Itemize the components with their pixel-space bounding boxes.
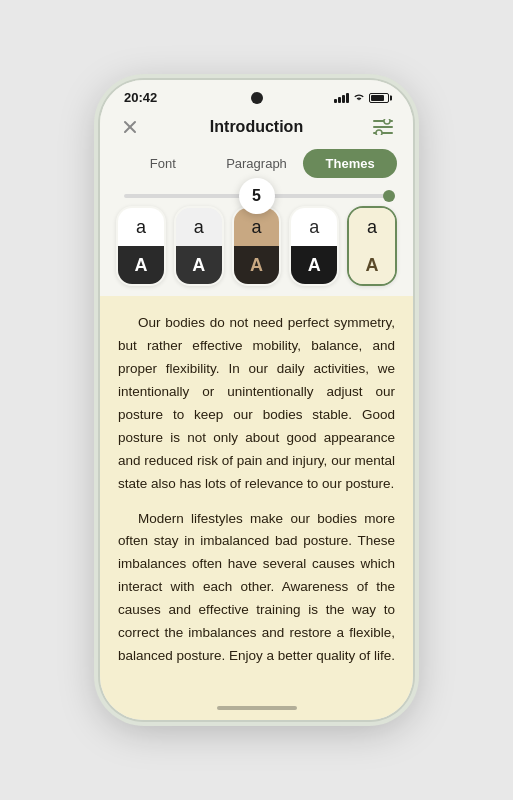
theme-2-lowercase: a <box>194 217 204 238</box>
camera-notch <box>251 92 263 104</box>
tab-paragraph[interactable]: Paragraph <box>210 149 304 178</box>
theme-1-bottom: A <box>118 246 164 284</box>
wifi-icon <box>353 92 365 104</box>
home-bar <box>217 706 297 710</box>
theme-5-top: a <box>349 208 395 246</box>
svg-point-5 <box>384 119 390 124</box>
theme-1-uppercase: A <box>134 255 147 276</box>
signal-bar-1 <box>334 99 337 103</box>
home-indicator <box>100 700 413 720</box>
svg-point-6 <box>376 130 382 135</box>
theme-1-top: a <box>118 208 164 246</box>
signal-bar-3 <box>342 95 345 103</box>
signal-bars-icon <box>334 93 349 103</box>
theme-3-bottom: A <box>234 246 280 284</box>
theme-cards-container: a A a A a A a <box>100 202 413 296</box>
slider-end-dot <box>383 190 395 202</box>
page-title: Introduction <box>210 118 303 136</box>
theme-card-3[interactable]: a A <box>232 206 282 286</box>
signal-bar-2 <box>338 97 341 103</box>
theme-1-lowercase: a <box>136 217 146 238</box>
font-size-slider[interactable]: 5 <box>100 186 413 202</box>
theme-5-lowercase: a <box>367 217 377 238</box>
reading-paragraph-2: Modern lifestyles make our bodies more o… <box>118 508 395 669</box>
theme-5-bottom: A <box>349 246 395 284</box>
reading-paragraph-1: Our bodies do not need perfect symmetry,… <box>118 312 395 496</box>
theme-card-1[interactable]: a A <box>116 206 166 286</box>
theme-2-uppercase: A <box>192 255 205 276</box>
nav-bar: Introduction <box>100 109 413 149</box>
theme-4-bottom: A <box>291 246 337 284</box>
svg-rect-3 <box>373 126 393 128</box>
theme-4-top: a <box>291 208 337 246</box>
settings-icon[interactable] <box>369 113 397 141</box>
theme-3-lowercase: a <box>251 217 261 238</box>
phone-frame: 20:42 <box>100 80 413 720</box>
theme-4-lowercase: a <box>309 217 319 238</box>
theme-3-uppercase: A <box>250 255 263 276</box>
status-icons <box>334 92 389 104</box>
slider-value: 5 <box>252 187 261 205</box>
battery-icon <box>369 93 389 103</box>
theme-2-bottom: A <box>176 246 222 284</box>
theme-card-2[interactable]: a A <box>174 206 224 286</box>
signal-bar-4 <box>346 93 349 103</box>
theme-4-uppercase: A <box>308 255 321 276</box>
close-button[interactable] <box>116 113 144 141</box>
tab-font[interactable]: Font <box>116 149 210 178</box>
theme-2-top: a <box>176 208 222 246</box>
slider-thumb[interactable]: 5 <box>239 178 275 214</box>
slider-track: 5 <box>124 194 389 198</box>
tab-themes[interactable]: Themes <box>303 149 397 178</box>
theme-5-uppercase: A <box>366 255 379 276</box>
reading-content: Our bodies do not need perfect symmetry,… <box>100 296 413 700</box>
theme-card-5[interactable]: a A <box>347 206 397 286</box>
battery-fill <box>371 95 384 101</box>
status-time: 20:42 <box>124 90 157 105</box>
theme-card-4[interactable]: a A <box>289 206 339 286</box>
